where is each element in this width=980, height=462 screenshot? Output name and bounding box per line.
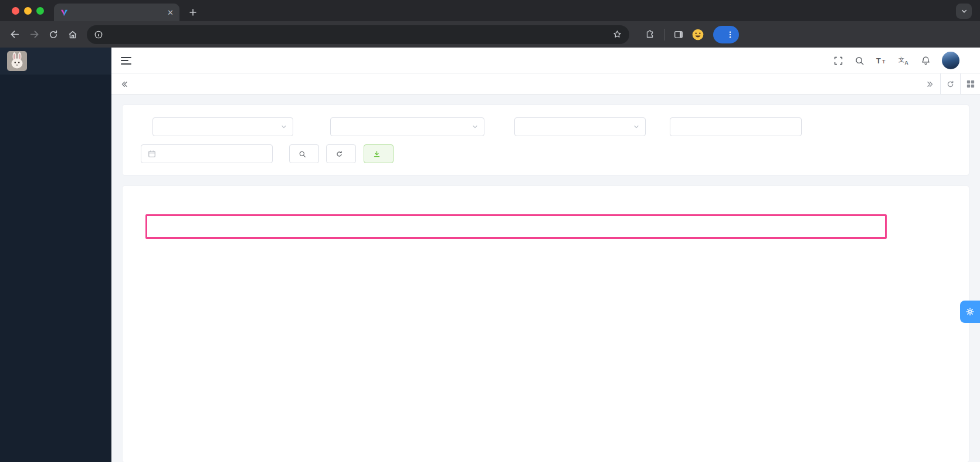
chevron-down-icon	[633, 123, 640, 130]
scroll-right-icon[interactable]	[920, 73, 940, 95]
page-content	[111, 95, 980, 462]
svg-text:T: T	[876, 56, 881, 65]
browser-tab[interactable]: ✕	[54, 4, 179, 21]
sidebar-submenu	[0, 62, 111, 462]
user-avatar[interactable]	[942, 52, 959, 69]
maximize-window-button[interactable]	[36, 7, 44, 15]
new-tab-button[interactable]	[185, 5, 201, 20]
sidebar	[0, 48, 111, 462]
back-icon[interactable]	[6, 26, 23, 43]
search-button[interactable]	[289, 144, 319, 163]
reload-icon[interactable]	[45, 26, 62, 43]
bizno-input[interactable]	[670, 117, 802, 136]
search-icon[interactable]	[854, 56, 864, 66]
bookmark-star-icon[interactable]	[612, 29, 622, 39]
browser-titlebar: ✕	[0, 0, 980, 21]
tags-view-bar	[111, 73, 980, 95]
address-bar[interactable]	[87, 25, 629, 44]
product-select[interactable]	[152, 117, 293, 136]
relaunch-update-button[interactable]	[713, 26, 739, 43]
browser-menu-kebab-icon[interactable]	[726, 31, 734, 39]
layout-grid-icon[interactable]	[960, 73, 980, 95]
chevron-down-icon	[472, 123, 479, 130]
settings-float-button[interactable]	[960, 301, 980, 323]
app-navbar: TT 文A	[111, 48, 980, 73]
warehouse-select[interactable]	[330, 117, 484, 136]
tab-close-icon[interactable]: ✕	[167, 8, 174, 17]
svg-text:文: 文	[898, 56, 904, 63]
app-logo[interactable]	[0, 48, 111, 75]
toolbar-divider	[664, 29, 664, 41]
svg-text:A: A	[904, 60, 908, 66]
browser-toolbar	[0, 21, 980, 48]
font-size-icon[interactable]: TT	[876, 56, 887, 66]
scroll-left-icon[interactable]	[120, 80, 128, 89]
notification-bell-icon[interactable]	[921, 56, 931, 66]
calendar-icon	[148, 150, 156, 158]
svg-text:T: T	[882, 59, 886, 65]
tab-search-button[interactable]	[956, 4, 972, 19]
close-window-button[interactable]	[12, 7, 19, 15]
date-range-input[interactable]	[141, 144, 273, 163]
window-controls	[12, 7, 44, 15]
type-select[interactable]	[514, 117, 646, 136]
profile-emoji-avatar[interactable]	[689, 26, 707, 43]
logo-avatar	[7, 51, 27, 71]
chevron-down-icon	[280, 123, 287, 130]
site-favicon	[60, 8, 69, 17]
extensions-puzzle-icon[interactable]	[641, 26, 659, 43]
filter-panel	[122, 104, 969, 176]
export-button[interactable]	[364, 144, 394, 163]
minimize-window-button[interactable]	[24, 7, 32, 15]
refresh-page-icon[interactable]	[940, 73, 960, 95]
language-icon[interactable]: 文A	[898, 56, 910, 66]
fullscreen-icon[interactable]	[833, 56, 843, 66]
hamburger-icon[interactable]	[121, 57, 131, 65]
side-panel-icon[interactable]	[670, 26, 687, 43]
home-icon[interactable]	[64, 26, 82, 43]
browser-window: ✕	[0, 0, 980, 462]
forward-icon[interactable]	[25, 26, 43, 43]
records-table-panel	[122, 186, 969, 462]
reset-button[interactable]	[326, 144, 356, 163]
site-info-icon[interactable]	[94, 30, 103, 39]
